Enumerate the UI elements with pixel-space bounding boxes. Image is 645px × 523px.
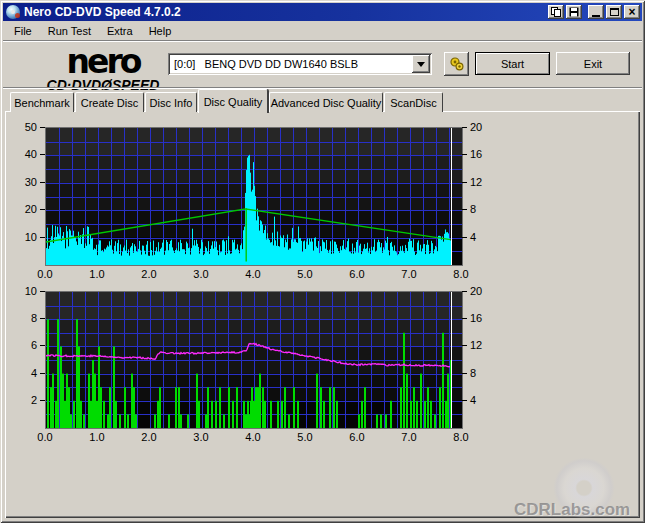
axis-tick-label: 4.0 (240, 268, 266, 280)
copy-to-clipboard-button[interactable] (548, 5, 564, 19)
pie-chart-left-axis: 1020304050 (9, 127, 45, 266)
axis-tick-label: 20 (470, 121, 482, 133)
axis-tick-label: 3.0 (188, 431, 214, 443)
axis-tick-label: 16 (470, 312, 482, 324)
axis-tick-label: 0.0 (32, 268, 58, 280)
axis-tick-label: 4.0 (240, 431, 266, 443)
axis-tick-label: 1.0 (84, 431, 110, 443)
pif-chart-left-axis: 246810 (9, 291, 45, 429)
drive-select[interactable]: [0:0] BENQ DVD DD DW1640 BSLB (168, 53, 432, 75)
axis-tick-label: 4 (470, 231, 476, 243)
close-button[interactable]: × (624, 5, 640, 19)
drive-select-value: [0:0] BENQ DVD DD DW1640 BSLB (168, 58, 412, 70)
start-button[interactable]: Start (475, 52, 550, 75)
axis-tick-label: 4 (31, 367, 37, 379)
title-bar: Nero CD-DVD Speed 4.7.0.2 × (3, 3, 642, 21)
axis-tick-label: 6.0 (344, 431, 370, 443)
drive-select-dropdown-button[interactable] (412, 55, 430, 73)
tab-scandisc[interactable]: ScanDisc (384, 92, 443, 112)
axis-tick-label: 4 (470, 394, 476, 406)
axis-tick-label: 5.0 (292, 431, 318, 443)
tab-disc-quality[interactable]: Disc Quality (198, 89, 268, 113)
axis-tick-label: 3.0 (188, 268, 214, 280)
pages-icon (551, 7, 561, 17)
menu-file[interactable]: File (6, 23, 40, 39)
app-icon (6, 5, 20, 19)
logo-text-cddvdspeed: CD·DVDØSPEED (28, 78, 178, 92)
pi-failures-chart (45, 291, 463, 429)
axis-tick-label: 10 (25, 285, 37, 297)
axis-tick-label: 30 (25, 176, 37, 188)
axis-tick-label: 20 (25, 203, 37, 215)
separator (3, 87, 642, 89)
tab-create-disc[interactable]: Create Disc (75, 92, 144, 112)
logo-text-nero: nero (28, 45, 178, 78)
axis-tick-label: 8 (470, 203, 476, 215)
axis-tick-label: 7.0 (396, 268, 422, 280)
gears-icon (449, 56, 465, 72)
app-window: Nero CD-DVD Speed 4.7.0.2 × File Run Tes… (0, 0, 645, 523)
menu-help[interactable]: Help (141, 23, 180, 39)
minimize-button[interactable] (588, 5, 604, 19)
save-button[interactable] (566, 5, 582, 19)
pie-chart-right-axis: 48121620 (462, 127, 490, 266)
axis-tick-label: 12 (470, 339, 482, 351)
pif-chart-right-axis: 48121620 (462, 291, 490, 429)
axis-tick-label: 2 (31, 394, 37, 406)
axis-tick-label: 50 (25, 121, 37, 133)
close-icon: × (628, 7, 635, 17)
pif-chart-x-axis: 0.01.02.03.04.05.06.07.08.0 (45, 431, 463, 444)
axis-tick-label: 2.0 (136, 268, 162, 280)
axis-tick-label: 8.0 (448, 431, 474, 443)
axis-tick-label: 6.0 (344, 268, 370, 280)
pie-chart-x-axis: 0.01.02.03.04.05.06.07.08.0 (45, 268, 463, 281)
floppy-icon (569, 7, 579, 17)
axis-tick-label: 1.0 (84, 268, 110, 280)
nero-logo: nero CD·DVDØSPEED (28, 45, 178, 92)
axis-tick-label: 8 (31, 312, 37, 324)
tab-advanced-disc-quality[interactable]: Advanced Disc Quality (269, 92, 383, 112)
axis-tick-label: 16 (470, 148, 482, 160)
tab-benchmark[interactable]: Benchmark (10, 92, 74, 112)
axis-tick-label: 2.0 (136, 431, 162, 443)
exit-button[interactable]: Exit (556, 52, 630, 75)
axis-tick-label: 8.0 (448, 268, 474, 280)
menu-run-test[interactable]: Run Test (40, 23, 99, 39)
axis-tick-label: 20 (470, 285, 482, 297)
maximize-button[interactable] (606, 5, 622, 19)
axis-tick-label: 12 (470, 176, 482, 188)
pi-errors-chart (45, 127, 463, 266)
window-title: Nero CD-DVD Speed 4.7.0.2 (24, 5, 546, 19)
menu-extra[interactable]: Extra (99, 23, 141, 39)
chevron-down-icon (417, 62, 425, 67)
tab-disc-info[interactable]: Disc Info (145, 92, 197, 112)
axis-tick-label: 6 (31, 339, 37, 351)
menu-bar: File Run Test Extra Help (3, 21, 642, 40)
axis-tick-label: 10 (25, 231, 37, 243)
axis-tick-label: 0.0 (32, 431, 58, 443)
axis-tick-label: 40 (25, 148, 37, 160)
drive-tools-button[interactable] (444, 52, 469, 76)
axis-tick-label: 8 (470, 367, 476, 379)
axis-tick-label: 7.0 (396, 431, 422, 443)
maximize-icon (610, 8, 619, 16)
axis-tick-label: 5.0 (292, 268, 318, 280)
minimize-icon (592, 15, 600, 17)
